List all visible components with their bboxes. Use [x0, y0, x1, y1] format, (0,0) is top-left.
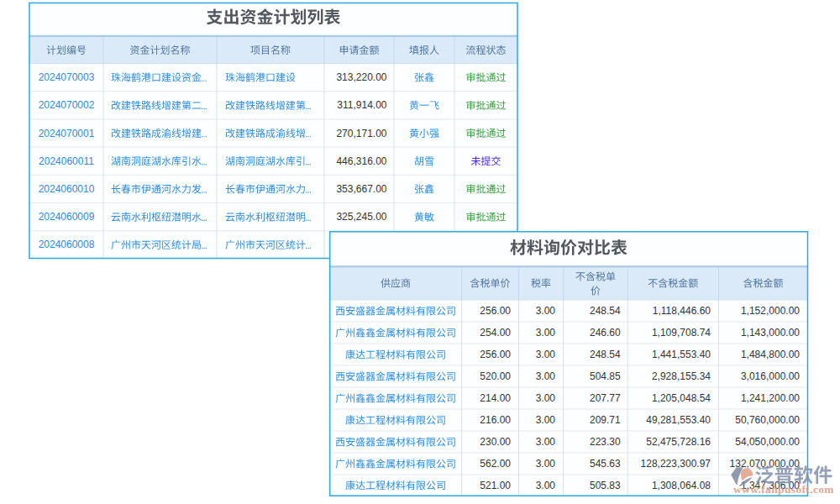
svg-text:353,667.00: 353,667.00 — [336, 183, 386, 195]
svg-text:562.00: 562.00 — [480, 458, 511, 470]
svg-text:1,308,064.08: 1,308,064.08 — [652, 480, 711, 491]
svg-text:1,205,048.54: 1,205,048.54 — [652, 392, 711, 404]
svg-text:446,316.00: 446,316.00 — [336, 155, 386, 167]
svg-text:3.00: 3.00 — [536, 349, 556, 360]
svg-text:520.00: 520.00 — [480, 370, 511, 382]
svg-text:1,118,446.60: 1,118,446.60 — [653, 305, 711, 317]
svg-text:1,109,708.74: 1,109,708.74 — [652, 327, 711, 339]
svg-text:2024060010: 2024060010 — [39, 183, 95, 195]
svg-text:209.71: 209.71 — [590, 414, 621, 426]
svg-text:505.83: 505.83 — [590, 480, 621, 491]
svg-text:2024070002: 2024070002 — [39, 99, 95, 111]
svg-text:248.54: 248.54 — [590, 349, 621, 360]
svg-text:2024060011: 2024060011 — [39, 155, 94, 167]
svg-text:3.00: 3.00 — [536, 480, 556, 491]
svg-text:52,475,728.16: 52,475,728.16 — [646, 436, 711, 448]
svg-text:313,220.00: 313,220.00 — [336, 71, 386, 83]
svg-text:214.00: 214.00 — [480, 392, 511, 404]
svg-text:2024060009: 2024060009 — [39, 211, 95, 223]
svg-text:128,223,300.97: 128,223,300.97 — [641, 458, 711, 470]
svg-text:3.00: 3.00 — [536, 414, 556, 426]
svg-text:256.00: 256.00 — [480, 305, 511, 317]
svg-text:325,245.00: 325,245.00 — [336, 211, 386, 223]
svg-text:270,171.00: 270,171.00 — [336, 128, 386, 139]
svg-text:207.77: 207.77 — [590, 392, 621, 404]
svg-text:216.00: 216.00 — [480, 414, 511, 426]
svg-text:1,441,553.40: 1,441,553.40 — [652, 349, 711, 360]
svg-text:www.fanpusoft.com: www.fanpusoft.com — [733, 483, 834, 496]
svg-text:504.85: 504.85 — [590, 370, 621, 382]
svg-text:2024070001: 2024070001 — [39, 128, 95, 139]
svg-text:248.54: 248.54 — [590, 305, 621, 317]
svg-text:49,281,553.40: 49,281,553.40 — [646, 414, 711, 426]
svg-text:2024060008: 2024060008 — [39, 239, 95, 250]
svg-text:254.00: 254.00 — [480, 327, 511, 339]
svg-text:246.60: 246.60 — [590, 327, 621, 339]
svg-text:3.00: 3.00 — [536, 392, 556, 404]
svg-text:256.00: 256.00 — [480, 349, 511, 360]
svg-text:3.00: 3.00 — [536, 458, 556, 470]
svg-text:2,928,155.34: 2,928,155.34 — [652, 370, 711, 382]
svg-text:1,143,000.00: 1,143,000.00 — [741, 327, 800, 339]
svg-text:1,484,800.00: 1,484,800.00 — [741, 349, 800, 360]
svg-text:54,050,000.00: 54,050,000.00 — [735, 436, 800, 448]
svg-text:223.30: 223.30 — [590, 436, 621, 448]
svg-text:1,152,000.00: 1,152,000.00 — [741, 305, 800, 317]
svg-text:545.63: 545.63 — [590, 458, 621, 470]
svg-text:521.00: 521.00 — [480, 480, 511, 491]
svg-text:50,760,000.00: 50,760,000.00 — [735, 414, 800, 426]
svg-text:311,914.00: 311,914.00 — [337, 99, 386, 111]
svg-text:2024070003: 2024070003 — [39, 71, 95, 83]
svg-text:3.00: 3.00 — [536, 327, 556, 339]
svg-text:230.00: 230.00 — [480, 436, 511, 448]
svg-text:3.00: 3.00 — [536, 436, 556, 448]
svg-text:1,241,200.00: 1,241,200.00 — [741, 392, 800, 404]
svg-text:3.00: 3.00 — [536, 370, 556, 382]
svg-text:3.00: 3.00 — [536, 305, 556, 317]
svg-text:3,016,000.00: 3,016,000.00 — [741, 370, 800, 382]
